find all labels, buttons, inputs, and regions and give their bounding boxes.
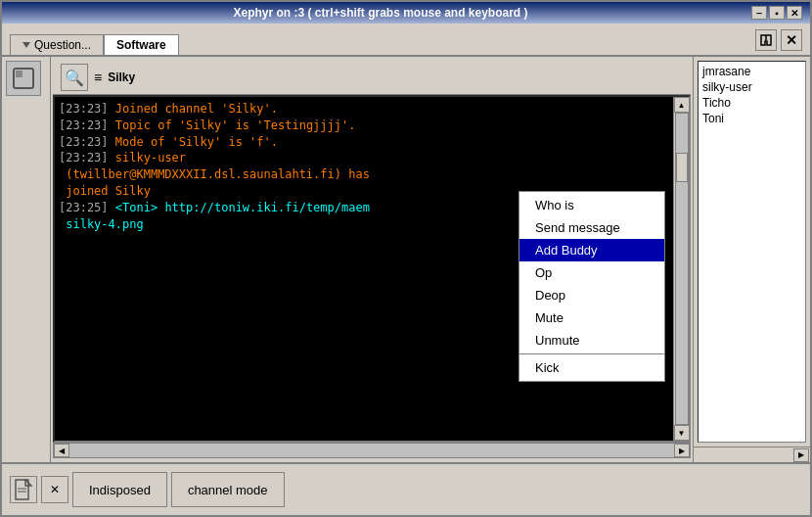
statusbar-indisposed-label: Indisposed (72, 472, 167, 507)
user-item-silkyuser[interactable]: silky-user (700, 79, 803, 95)
user-item-jmrasane[interactable]: jmrasane (700, 64, 803, 79)
hscroll-right-button[interactable]: ▶ (674, 444, 690, 457)
context-menu-whois[interactable]: Who is (519, 194, 664, 216)
close-window-button[interactable]: ✕ (787, 6, 802, 20)
statusbar-doc-icon (10, 476, 37, 503)
tab-software[interactable]: Software (104, 34, 179, 55)
chat-message-2: [23:23] Topic of 'Silky' is 'Testingjjjj… (59, 118, 669, 134)
tabbar: Question... Software ✕ (2, 24, 810, 57)
user-hscroll-right-button[interactable]: ▶ (793, 448, 809, 462)
titlebar: Xephyr on :3 ( ctrl+shift grabs mouse an… (2, 2, 810, 24)
scroll-thumb[interactable] (676, 153, 688, 182)
statusbar: ✕ Indisposed channel mode (2, 462, 810, 515)
chat-scrollbar: ▲ ▼ (673, 97, 689, 441)
chat-message-3: [23:23] Mode of 'Silky' is 'f'. (59, 134, 669, 151)
user-item-ticho[interactable]: Ticho (700, 95, 803, 111)
user-list-panel: jmrasane silky-user Ticho Toni ▶ (693, 57, 810, 462)
user-list-hscrollbar: ▶ (694, 446, 810, 462)
minimize-button[interactable]: – (751, 6, 767, 20)
context-menu-op[interactable]: Op (519, 261, 664, 284)
main-content: 🔍 ≡ Silky [23:23] Joined channel 'Silky'… (2, 57, 810, 462)
tab-arrow-icon (23, 42, 30, 48)
chat-search-icon[interactable]: 🔍 (61, 64, 88, 91)
context-menu-kick[interactable]: Kick (519, 356, 664, 379)
tabbar-right-icons: ✕ (755, 29, 802, 55)
svg-rect-4 (16, 480, 28, 499)
scroll-down-button[interactable]: ▼ (674, 425, 690, 441)
user-item-toni[interactable]: Toni (700, 111, 803, 126)
scroll-up-button[interactable]: ▲ (674, 97, 690, 113)
tab-questions-label: Question... (34, 38, 91, 52)
context-menu-addbuddy[interactable]: Add Buddy (519, 239, 664, 261)
scroll-track (675, 113, 689, 425)
tab-software-label: Software (116, 38, 166, 52)
svg-rect-3 (16, 70, 23, 77)
statusbar-channel-mode-label: channel mode (171, 472, 285, 507)
main-window: Xephyr on :3 ( ctrl+shift grabs mouse an… (0, 0, 812, 517)
chat-window-icon: ≡ (94, 70, 102, 85)
user-list: jmrasane silky-user Ticho Toni (698, 61, 806, 443)
context-menu-deop[interactable]: Deop (519, 284, 664, 306)
context-menu-sendmessage[interactable]: Send message (519, 216, 664, 239)
titlebar-buttons: – ▪ ✕ (751, 6, 802, 20)
sidebar-icon-1[interactable] (6, 61, 41, 96)
tab-questions[interactable]: Question... (10, 34, 104, 55)
context-menu: Who is Send message Add Buddy Op Deop Mu… (519, 191, 665, 382)
close-tab-icon[interactable]: ✕ (781, 29, 802, 51)
left-sidebar (2, 57, 51, 462)
context-menu-separator (519, 353, 664, 354)
detach-icon[interactable] (755, 29, 777, 51)
chat-message-1: [23:23] Joined channel 'Silky'. (59, 101, 669, 118)
statusbar-close-button[interactable]: ✕ (41, 476, 68, 503)
chat-title-bar: 🔍 ≡ Silky (53, 61, 691, 95)
context-menu-mute[interactable]: Mute (519, 306, 664, 329)
context-menu-unmute[interactable]: Unmute (519, 329, 664, 352)
chat-channel-name: Silky (108, 70, 135, 84)
hscroll-left-button[interactable]: ◀ (54, 444, 69, 457)
maximize-button[interactable]: ▪ (769, 6, 785, 20)
window-title: Xephyr on :3 ( ctrl+shift grabs mouse an… (10, 6, 751, 20)
